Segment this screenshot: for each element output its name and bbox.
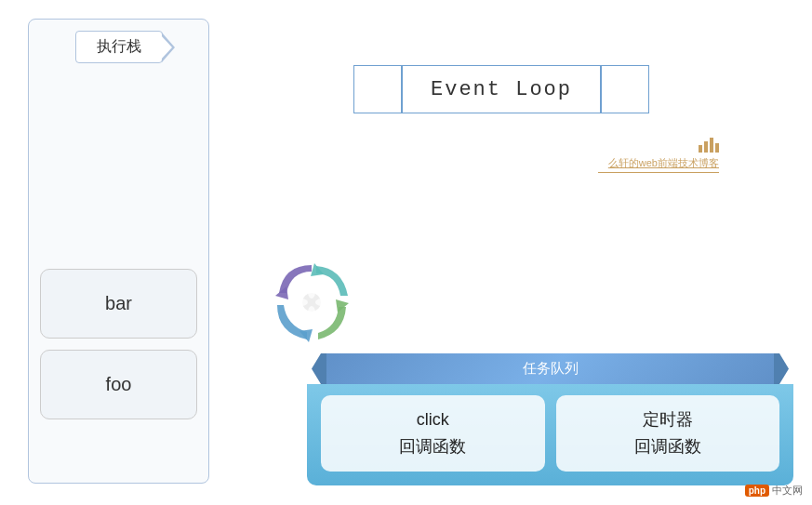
watermark-icon	[699, 138, 719, 153]
task-queue-wrapper: 任务队列 click 回调函数 定时器 回调函数	[307, 353, 793, 486]
watermark-text: 么轩的web前端技术博客	[608, 156, 719, 170]
event-loop-right-box	[601, 65, 649, 113]
svg-point-7	[308, 306, 315, 319]
watermark-bar-2	[704, 141, 708, 153]
watermark-bar-3	[710, 138, 713, 153]
task-item-click: click 回调函数	[321, 395, 545, 472]
watermark-bar-1	[699, 145, 702, 153]
svg-point-9	[315, 299, 328, 306]
stack-item-bar-label: bar	[105, 293, 132, 314]
task-item-timer-line2: 回调函数	[634, 433, 701, 460]
exec-stack-title-box: 执行栈	[75, 31, 163, 63]
task-queue-title: 任务队列	[523, 360, 579, 376]
svg-point-6	[308, 286, 315, 299]
event-loop-container: Event Loop	[353, 65, 649, 113]
exec-stack-title-area: 执行栈	[75, 31, 163, 63]
task-item-click-line1: click	[417, 406, 449, 433]
event-loop-label: Event Loop	[402, 65, 601, 113]
execution-stack: 执行栈 bar foo	[28, 19, 209, 484]
task-queue-body: click 回调函数 定时器 回调函数	[307, 384, 793, 485]
task-item-timer-line1: 定时器	[643, 406, 693, 433]
watermark-bar-4	[715, 143, 719, 153]
watermark-line	[598, 172, 719, 173]
stack-item-bar: bar	[40, 269, 197, 339]
event-loop-left-box	[353, 65, 402, 113]
circular-arrows-icon	[260, 251, 363, 353]
task-queue-header: 任务队列	[321, 353, 779, 384]
php-badge: php	[745, 485, 769, 497]
stack-item-foo: foo	[40, 350, 197, 419]
php-logo: php 中文网	[745, 484, 803, 498]
stack-item-foo-label: foo	[106, 374, 132, 395]
task-item-click-line2: 回调函数	[399, 433, 466, 460]
exec-stack-title-text: 执行栈	[97, 38, 141, 54]
svg-point-8	[295, 299, 308, 306]
watermark: 么轩的web前端技术博客	[598, 138, 719, 173]
task-item-timer: 定时器 回调函数	[556, 395, 780, 472]
php-site-text: 中文网	[772, 484, 803, 498]
